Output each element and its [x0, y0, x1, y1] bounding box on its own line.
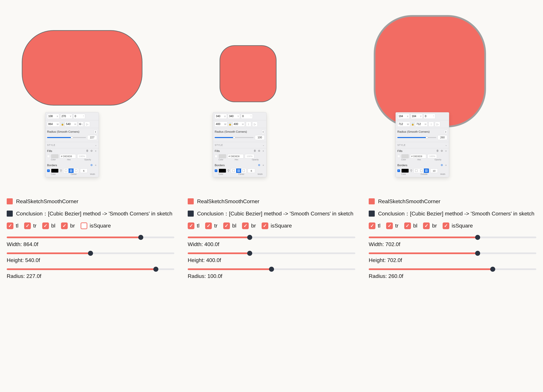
radius-value[interactable]: 100: [255, 135, 265, 140]
border-center-icon[interactable]: [236, 168, 241, 173]
radius-slider[interactable]: [47, 137, 86, 138]
border-position-toggle[interactable]: [414, 168, 429, 173]
radius-main-slider[interactable]: [7, 268, 174, 270]
flip-v-button[interactable]: ▷: [435, 122, 440, 127]
plus-icon[interactable]: ＋: [94, 163, 97, 167]
angle-field[interactable]: °: [74, 114, 85, 119]
checkbox-tr[interactable]: [386, 223, 393, 229]
border-outside-icon[interactable]: [241, 168, 246, 173]
plus-icon[interactable]: ＋: [94, 149, 97, 153]
border-width-field[interactable]: 6: [248, 168, 255, 173]
border-position-toggle[interactable]: [63, 168, 79, 173]
radius-value[interactable]: 260: [438, 135, 447, 140]
w-field[interactable]: W: [215, 122, 227, 127]
h-field[interactable]: H: [232, 122, 245, 127]
fill-enabled-checkbox[interactable]: [397, 155, 400, 158]
radius-main-slider[interactable]: [188, 268, 355, 270]
width-slider[interactable]: [7, 236, 174, 238]
flip-v-button[interactable]: ▷: [252, 122, 258, 127]
fill-swatch[interactable]: [401, 154, 409, 158]
border-position-toggle[interactable]: [231, 168, 246, 173]
gear-icon[interactable]: ⚙: [258, 163, 260, 167]
border-swatch[interactable]: [401, 169, 409, 173]
gear-icon[interactable]: ⚙: [441, 149, 443, 153]
height-slider[interactable]: [7, 252, 174, 254]
y-field[interactable]: Y: [60, 114, 73, 119]
radius-stepper[interactable]: ▲▼: [262, 130, 265, 134]
flip-h-button[interactable]: �⟊: [78, 122, 84, 127]
h-field[interactable]: H: [65, 122, 77, 127]
checkbox-tl[interactable]: [7, 223, 13, 229]
x-field[interactable]: X: [215, 114, 227, 119]
checkbox-tl[interactable]: [188, 223, 194, 229]
flip-h-button[interactable]: ⟊: [429, 122, 434, 127]
border-swatch[interactable]: [51, 169, 58, 173]
trash-icon[interactable]: 🗑: [254, 149, 256, 153]
border-width-field[interactable]: 6: [80, 168, 87, 173]
angle-field[interactable]: °: [424, 114, 435, 119]
width-slider[interactable]: [369, 236, 536, 238]
height-slider[interactable]: [188, 252, 355, 254]
style-section-header[interactable]: STYLE⌄: [213, 142, 266, 148]
fill-opacity-field[interactable]: 100%: [245, 154, 254, 158]
border-outside-icon[interactable]: [74, 168, 79, 173]
border-inside-icon[interactable]: [63, 168, 68, 173]
link-icon[interactable]: ⚲: [410, 169, 412, 173]
checkbox-issquare[interactable]: [262, 223, 268, 229]
radius-slider[interactable]: [215, 137, 254, 138]
border-width-field[interactable]: 10: [430, 168, 438, 173]
radius-slider[interactable]: [397, 137, 436, 138]
checkbox-bl[interactable]: [404, 223, 411, 229]
radius-stepper[interactable]: ▲▼: [94, 130, 97, 134]
x-field[interactable]: X: [397, 114, 410, 119]
checkbox-br[interactable]: [61, 223, 68, 229]
fill-hex-field[interactable]: # D8D8D8: [227, 154, 243, 158]
gear-icon[interactable]: ⚙: [258, 149, 260, 153]
border-enabled-checkbox[interactable]: [215, 169, 217, 172]
trash-icon[interactable]: 🗑: [436, 149, 439, 153]
plus-icon[interactable]: ＋: [445, 163, 447, 167]
border-outside-icon[interactable]: [424, 168, 429, 173]
plus-icon[interactable]: ＋: [445, 149, 447, 153]
height-slider[interactable]: [369, 252, 536, 254]
fill-enabled-checkbox[interactable]: [47, 155, 50, 158]
style-section-header[interactable]: STYLE⌄: [396, 142, 449, 148]
plus-icon[interactable]: ＋: [262, 149, 265, 153]
angle-field[interactable]: °: [241, 114, 253, 119]
fill-opacity-field[interactable]: 100%: [428, 154, 437, 158]
checkbox-issquare[interactable]: [81, 223, 87, 229]
lock-icon[interactable]: 🔒: [228, 123, 232, 126]
border-enabled-checkbox[interactable]: [47, 169, 50, 172]
lock-icon[interactable]: 🔒: [411, 123, 414, 126]
border-enabled-checkbox[interactable]: [397, 169, 400, 172]
link-icon[interactable]: ⚲: [60, 169, 62, 173]
radius-stepper[interactable]: ▲▼: [444, 130, 447, 134]
radius-main-slider[interactable]: [369, 268, 536, 270]
checkbox-br[interactable]: [242, 223, 249, 229]
h-field[interactable]: H: [415, 122, 427, 127]
flip-v-button[interactable]: ▷: [85, 122, 90, 127]
x-field[interactable]: X: [47, 114, 59, 119]
radius-value[interactable]: 227: [87, 135, 97, 140]
checkbox-tl[interactable]: [369, 223, 375, 229]
w-field[interactable]: W: [397, 122, 410, 127]
checkbox-br[interactable]: [423, 223, 430, 229]
checkbox-tr[interactable]: [24, 223, 31, 229]
link-icon[interactable]: ⚲: [227, 169, 230, 173]
flip-h-button[interactable]: ⟊: [246, 122, 251, 127]
gear-icon[interactable]: ⚙: [90, 163, 93, 167]
plus-icon[interactable]: ＋: [262, 163, 265, 167]
fill-enabled-checkbox[interactable]: [215, 155, 217, 158]
style-section-header[interactable]: STYLE ⌄: [45, 142, 99, 148]
fill-opacity-field[interactable]: 100%: [77, 154, 87, 158]
y-field[interactable]: Y: [411, 114, 423, 119]
fill-hex-field[interactable]: # D8D8D8: [410, 154, 426, 158]
checkbox-bl[interactable]: [42, 223, 49, 229]
checkbox-bl[interactable]: [223, 223, 230, 229]
checkbox-issquare[interactable]: [443, 223, 449, 229]
gear-icon[interactable]: ⚙: [90, 149, 93, 153]
w-field[interactable]: W: [47, 122, 60, 127]
width-slider[interactable]: [188, 236, 355, 238]
border-swatch[interactable]: [219, 169, 226, 173]
lock-icon[interactable]: 🔒: [61, 123, 64, 126]
